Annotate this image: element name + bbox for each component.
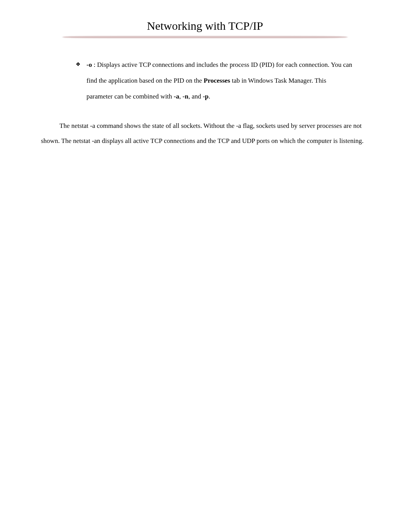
flag-separator: : (92, 61, 95, 68)
sep-2: , and (188, 93, 203, 100)
flag-o-label: -o (86, 61, 92, 68)
flag-p: -p (203, 93, 208, 100)
processes-tab-name: Processes (204, 77, 230, 84)
diamond-bullet-icon: ❖ (76, 57, 86, 71)
flag-n: -n (183, 93, 188, 100)
bullet-text: -o : Displays active TCP connections and… (86, 57, 354, 104)
document-content: Networking with TCP/IP ❖ -o : Displays a… (41, 19, 369, 149)
bullet-list-item: ❖ -o : Displays active TCP connections a… (76, 57, 354, 104)
bullet-period: . (208, 93, 210, 100)
sep-1: , (179, 93, 183, 100)
flag-a: -a (174, 93, 179, 100)
page-title: Networking with TCP/IP (41, 19, 369, 32)
body-paragraph: The netstat -a command shows the state o… (41, 118, 369, 148)
title-divider (62, 36, 348, 39)
paragraph-text: The netstat -a command shows the state o… (41, 122, 364, 144)
